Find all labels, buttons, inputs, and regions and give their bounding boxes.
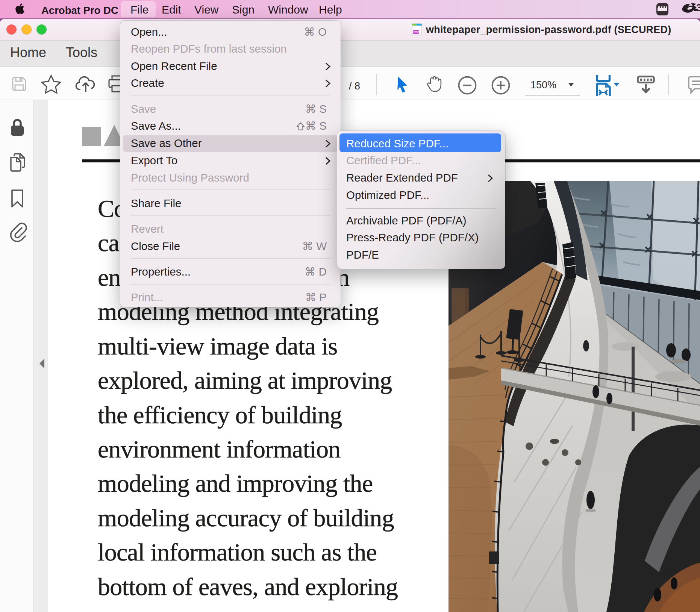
svg-text:PDF: PDF xyxy=(414,30,420,34)
